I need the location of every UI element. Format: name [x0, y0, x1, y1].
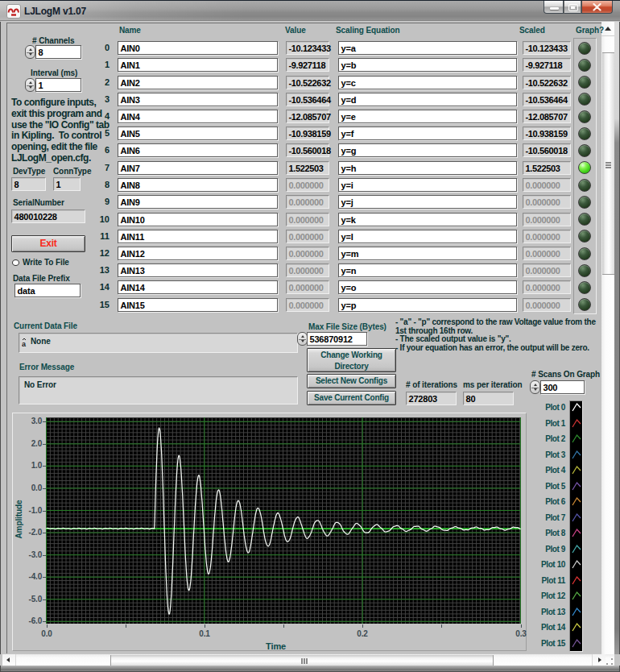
svg-text:a: a: [22, 340, 27, 348]
